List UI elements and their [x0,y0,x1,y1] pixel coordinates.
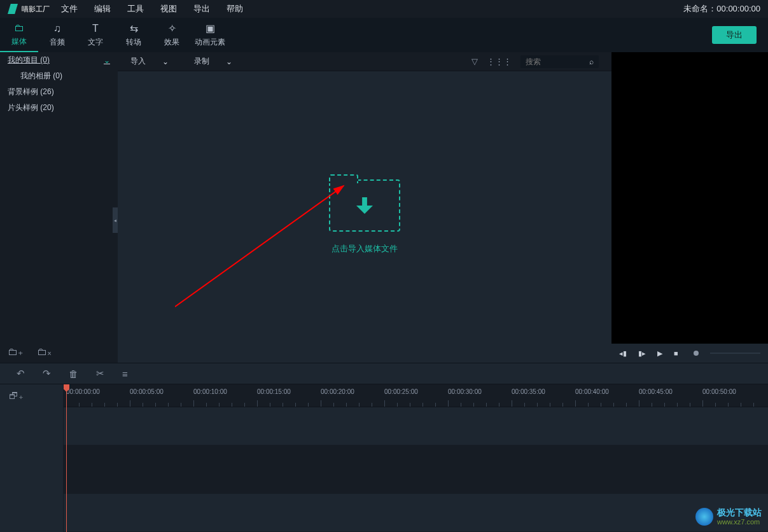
ruler-mark: 00:00:50:00 [702,388,736,395]
menu-view[interactable]: 视图 [160,3,177,15]
progress-track[interactable] [710,353,760,354]
tab-media-label: 媒体 [11,36,27,47]
track-row-3[interactable] [64,494,768,532]
content-panel: 导入 ⌄ 录制 ⌄ ▽ ⋮⋮⋮ ⌕ 点击导入媒体文件 [118,52,611,363]
tool-tabs: 🗀 媒体 ♫ 音频 T 文字 ⇆ 转场 ✧ 效果 ▣ 动画元素 导出 [0,18,768,52]
menu-edit[interactable]: 编辑 [94,3,111,15]
ruler-mark: 00:00:40:00 [575,388,609,395]
tab-elements-label: 动画元素 [195,37,225,48]
record-dropdown[interactable]: 录制 ⌄ [194,56,232,67]
project-time: 00:00:00:00 [716,4,760,13]
tab-transition[interactable]: ⇆ 转场 [115,18,153,52]
add-track-button[interactable]: 🗗₊ [0,384,63,407]
preview-panel: ◂▮ ▮▸ ▶ ■ [611,52,768,363]
settings-icon[interactable]: ≡ [122,368,128,379]
tab-text-label: 文字 [88,37,103,48]
export-button[interactable]: 导出 [712,26,757,44]
ruler-mark: 00:00:00:00 [66,388,100,395]
delete-button[interactable]: 🗑 [69,368,78,379]
search-box[interactable]: ⌕ [520,55,599,68]
chevron-down-icon: ⌄ [162,57,169,66]
prev-frame-button[interactable]: ◂▮ [619,349,627,358]
track-row-2[interactable] [64,445,768,494]
search-icon[interactable]: ⌕ [589,57,594,66]
tab-effect-label: 效果 [164,37,179,48]
sidebar-item-label: 背景样例 (26) [8,87,54,97]
delete-folder-icon[interactable]: 🗀ₓ [37,346,52,358]
logo-icon [8,4,18,14]
text-icon: T [92,23,99,34]
content-toolbar: 导入 ⌄ 录制 ⌄ ▽ ⋮⋮⋮ ⌕ [118,52,611,71]
transition-icon: ⇆ [130,22,138,34]
filter-icon[interactable]: ▽ [471,57,478,66]
download-arrow-icon [356,197,373,214]
redo-button[interactable]: ↷ [43,368,51,379]
new-folder-icon[interactable]: 🗀₊ [8,346,23,358]
play-button[interactable]: ▶ [657,349,662,358]
svg-line-0 [175,186,344,307]
ruler-mark: 00:00:10:00 [193,388,227,395]
import-label: 导入 [130,56,146,67]
sidebar: 我的项目 (0) ⌄ 我的相册 (0) 背景样例 (26) 片头样例 (20) … [0,52,118,363]
folder-icon: 🗀 [14,22,24,34]
track-head: 🗗₊ [0,384,64,532]
stop-button[interactable]: ■ [674,349,678,357]
ruler-mark: 00:00:35:00 [512,388,545,395]
app-logo: 喵影工厂 [8,4,50,14]
ruler-mark: 00:00:20:00 [321,388,354,395]
sidebar-item-bg-samples[interactable]: 背景样例 (26) [0,84,118,100]
menu-help[interactable]: 帮助 [227,3,243,15]
menu-items: 文件 编辑 工具 视图 导出 帮助 [61,3,243,15]
track-body[interactable]: 00:00:00:0000:00:05:0000:00:10:0000:00:1… [64,384,768,532]
music-icon: ♫ [53,23,61,34]
grid-view-icon[interactable]: ⋮⋮⋮ [487,57,512,66]
sidebar-item-intro-samples[interactable]: 片头样例 (20) [0,100,118,116]
sidebar-collapse-handle[interactable]: ◂ [113,207,118,233]
sidebar-actions: 🗀₊ 🗀ₓ [8,346,52,358]
chevron-down-icon: ⌄ [226,57,232,66]
project-title: 未命名：00:00:00:00 [683,3,760,15]
progress-handle[interactable] [694,351,699,356]
tab-elements[interactable]: ▣ 动画元素 [191,18,229,52]
cut-button[interactable]: ✂ [96,368,104,379]
undo-button[interactable]: ↶ [17,368,25,379]
sidebar-item-label: 片头样例 (20) [8,102,54,113]
import-dropdown[interactable]: 导入 ⌄ [130,56,169,67]
drop-label: 点击导入媒体文件 [332,243,398,255]
drop-folder-icon[interactable] [329,179,400,232]
elements-icon: ▣ [206,22,215,34]
media-drop-zone[interactable]: 点击导入媒体文件 [118,71,611,363]
tab-effect[interactable]: ✧ 效果 [153,18,191,52]
tab-media[interactable]: 🗀 媒体 [0,18,38,52]
track-row-1[interactable] [64,407,768,445]
tab-text[interactable]: T 文字 [76,18,115,52]
tab-audio[interactable]: ♫ 音频 [38,18,76,52]
timeline: 🗗₊ 00:00:00:0000:00:05:0000:00:10:0000:0… [0,384,768,532]
preview-video [611,52,768,344]
ruler-mark: 00:00:05:00 [130,388,164,395]
next-frame-button[interactable]: ▮▸ [638,349,646,358]
ruler-mark: 00:00:15:00 [257,388,291,395]
effect-icon: ✧ [168,22,176,34]
watermark-icon [695,508,713,526]
sidebar-item-my-project[interactable]: 我的项目 (0) ⌄ [0,52,118,68]
project-prefix: 未命名： [683,4,716,13]
content-toolbar-right: ▽ ⋮⋮⋮ ⌕ [471,55,599,68]
sidebar-item-my-album[interactable]: 我的相册 (0) [0,68,118,84]
tab-transition-label: 转场 [126,37,141,48]
menubar: 喵影工厂 文件 编辑 工具 视图 导出 帮助 未命名：00:00:00:00 [0,0,768,18]
menu-file[interactable]: 文件 [61,3,78,15]
record-label: 录制 [194,56,209,67]
search-input[interactable] [526,57,564,66]
menu-tool[interactable]: 工具 [127,3,144,15]
watermark-name: 极光下载站 [717,508,762,517]
playhead[interactable] [66,384,67,532]
timeline-ruler[interactable]: 00:00:00:0000:00:05:0000:00:10:0000:00:1… [64,384,768,407]
timeline-tools: ↶ ↷ 🗑 ✂ ≡ [0,363,768,384]
ruler-mark: 00:00:45:00 [639,388,673,395]
menu-export[interactable]: 导出 [193,3,210,15]
watermark-url: www.xz7.com [717,518,762,526]
export-wrap: 导出 [712,18,768,52]
ruler-mark: 00:00:25:00 [384,388,418,395]
tab-audio-label: 音频 [50,37,65,48]
